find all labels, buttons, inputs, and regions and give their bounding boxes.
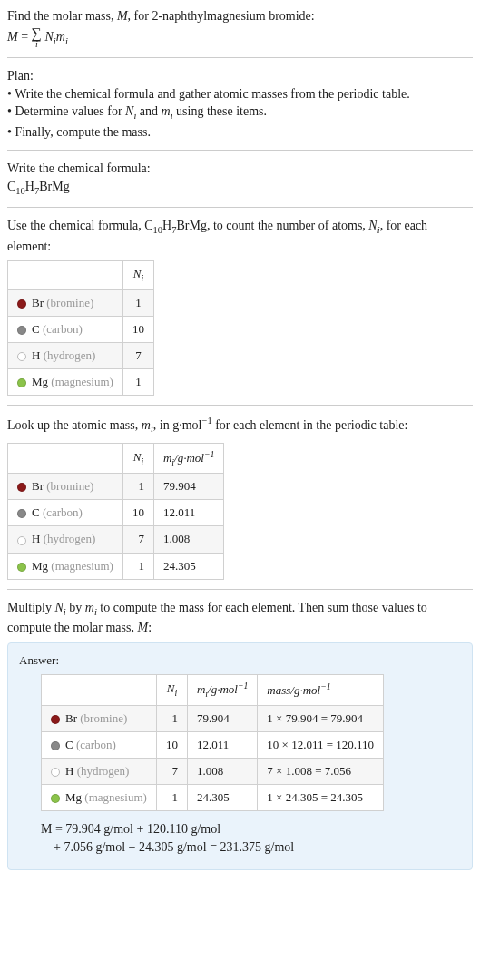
cell-el: H (hydrogen): [42, 759, 157, 785]
el-name: (magnesium): [51, 375, 113, 388]
mass-mi-m: m: [142, 418, 151, 432]
sum-m: m: [56, 30, 65, 44]
mult-a: Multiply: [7, 601, 55, 614]
hdr-mass-neg1: −1: [320, 681, 330, 691]
sum-N: N: [44, 30, 53, 44]
cell-n: 10: [156, 731, 187, 758]
table-row: C (carbon)1012.01110 × 12.011 = 120.110: [42, 731, 384, 758]
table-row: H (hydrogen)71.0087 × 1.008 = 7.056: [42, 759, 384, 785]
count-b: , to count the number of atoms,: [207, 219, 368, 232]
cell-el: Br (bromine): [42, 705, 157, 731]
intro-text-1: Find the molar mass,: [7, 9, 117, 23]
hdr-Ni: Ni: [122, 261, 153, 289]
count-cf: C10H7BrMg: [144, 219, 207, 232]
el-sym: Mg: [32, 559, 48, 573]
cf-h: H: [25, 180, 34, 193]
el-name: (bromine): [46, 296, 93, 309]
answer-box: Answer: Ni mi/g·mol−1 mass/g·mol−1 Br (b…: [7, 642, 473, 870]
table-row: Mg (magnesium)124.305: [8, 553, 224, 579]
cell-el: Br (bromine): [8, 289, 123, 316]
el-name: (hydrogen): [77, 764, 130, 778]
mult-d: :: [148, 621, 152, 634]
cell-el: Mg (magnesium): [42, 785, 157, 811]
hdr-unit: /g·mol: [208, 682, 238, 696]
table-row: C (carbon)1012.011: [8, 500, 224, 526]
divider: [7, 207, 473, 208]
cell-m: 12.011: [187, 731, 257, 758]
divider: [7, 589, 473, 590]
cf-c: C: [7, 180, 15, 193]
mass-section: Look up the atomic mass, mi, in g·mol−1 …: [7, 415, 473, 579]
cf-tail: BrMg: [39, 180, 69, 193]
cell-el: C (carbon): [8, 316, 123, 342]
cell-n: 1: [122, 553, 153, 579]
el-name: (carbon): [43, 505, 83, 519]
hdr-mass: mass/g·mol−1: [258, 675, 384, 706]
ans-l1: M = 79.904 g/mol + 120.110 g/mol: [41, 822, 220, 836]
magnesium-dot-icon: [17, 563, 26, 572]
el-sym: Br: [32, 479, 44, 493]
molar-mass-formula: M = ∑ i Nimi: [7, 27, 473, 48]
divider: [7, 57, 473, 58]
carbon-dot-icon: [51, 741, 60, 750]
el-sym: Mg: [65, 790, 82, 804]
cell-m: 24.305: [187, 785, 257, 811]
var-M: M: [117, 9, 128, 23]
answer-label: Answer:: [19, 652, 461, 669]
hdr-mass-txt: mass/g·mol: [267, 683, 320, 697]
plan-bullet-2: • Determine values for Ni and mi using t…: [7, 103, 473, 122]
cell-m: 79.904: [153, 474, 223, 500]
cell-n: 1: [156, 705, 187, 731]
answer-sum-line1: MM = 79.904 g/mol + 120.110 g/mol: [41, 820, 461, 838]
plan-b2-b: and: [136, 104, 161, 118]
plan-section: Plan: • Write the chemical formula and g…: [7, 67, 473, 141]
el-name: (bromine): [80, 711, 127, 725]
cell-expr: 1 × 24.305 = 24.305: [258, 785, 384, 811]
multiply-section: Multiply Ni by mi to compute the mass fo…: [7, 599, 473, 870]
el-name: (carbon): [76, 738, 116, 751]
cell-n: 1: [156, 785, 187, 811]
cell-el: H (hydrogen): [8, 526, 123, 553]
plan-bullet-1: • Write the chemical formula and gather …: [7, 85, 473, 103]
el-name: (hydrogen): [44, 532, 96, 545]
mass-b: , in g·mol: [153, 418, 202, 432]
table-row: H (hydrogen)7: [8, 343, 154, 369]
hdr-mi: mi/g·mol−1: [153, 443, 223, 474]
formula-eq: =: [18, 30, 32, 44]
sum-symbol: ∑: [32, 27, 42, 40]
formula-M: M: [7, 30, 18, 44]
magnesium-dot-icon: [17, 378, 26, 387]
chem-formula: C10H7BrMg: [7, 178, 473, 198]
bromine-dot-icon: [17, 483, 26, 492]
count-Ni-N: N: [368, 219, 377, 232]
cell-n: 10: [122, 500, 153, 526]
hydrogen-dot-icon: [51, 768, 60, 777]
intro-text-2: , for 2-naphthylmagnesium bromide:: [128, 9, 315, 23]
chem-formula-heading: Write the chemical formula:: [7, 160, 473, 178]
el-sym: Br: [65, 711, 77, 725]
el-sym: Mg: [32, 375, 48, 388]
cf-10: 10: [15, 186, 25, 196]
count-a: Use the chemical formula,: [7, 219, 144, 232]
plan-b2-a: • Determine values for: [7, 104, 125, 118]
el-sym: C: [32, 505, 40, 519]
chem-formula-section: Write the chemical formula: C10H7BrMg: [7, 160, 473, 198]
answer-sum-line2: + 7.056 g/mol + 24.305 g/mol = 231.375 g…: [41, 838, 461, 857]
divider: [7, 405, 473, 406]
cell-expr: 7 × 1.008 = 7.056: [258, 759, 384, 785]
cell-expr: 10 × 12.011 = 120.110: [258, 731, 384, 758]
cell-n: 1: [122, 474, 153, 500]
hydrogen-dot-icon: [17, 352, 26, 361]
cell-m: 24.305: [153, 553, 223, 579]
cell-n: 1: [122, 369, 153, 396]
multiply-line: Multiply Ni by mi to compute the mass fo…: [7, 599, 473, 637]
table-row: Br (bromine)1: [8, 289, 154, 316]
answer-table: Ni mi/g·mol−1 mass/g·mol−1 Br (bromine)1…: [41, 674, 384, 811]
el-sym: H: [32, 348, 40, 362]
cf10: 10: [153, 225, 163, 235]
hydrogen-dot-icon: [17, 536, 26, 545]
carbon-dot-icon: [17, 509, 26, 518]
hdr-blank: [42, 675, 157, 706]
cell-m: 79.904: [187, 705, 257, 731]
hdr-Ni: Ni: [156, 675, 187, 706]
